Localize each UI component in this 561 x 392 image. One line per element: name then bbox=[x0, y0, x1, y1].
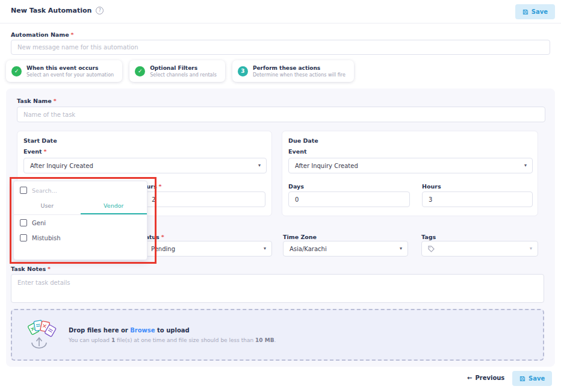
tab-user[interactable]: User bbox=[14, 199, 81, 214]
required-mark: * bbox=[159, 183, 162, 190]
option-label: Geni bbox=[32, 220, 46, 226]
chevron-down-icon: ▾ bbox=[264, 246, 266, 251]
top-bar: New Task Automation ? Save bbox=[0, 0, 561, 23]
required-mark: * bbox=[161, 234, 164, 240]
step-title: Perform these actions bbox=[253, 65, 346, 71]
chevron-down-icon: ▾ bbox=[400, 246, 402, 251]
tag-icon bbox=[428, 246, 435, 252]
step-subtitle: Determine when these actions will fire bbox=[253, 72, 346, 78]
check-icon: ✓ bbox=[11, 66, 22, 76]
file-dropzone[interactable]: Drop files here or Browse to upload You … bbox=[11, 309, 544, 361]
stepper: ✓ When this event occurs Select an event… bbox=[6, 60, 354, 82]
step-when-event-occurs[interactable]: ✓ When this event occurs Select an event… bbox=[6, 60, 122, 82]
step-perform-actions[interactable]: 3 Perform these actions Determine when t… bbox=[232, 60, 354, 82]
assignee-dropdown-panel: Search... User Vendor Geni Mistubish bbox=[13, 181, 147, 260]
tags-select[interactable]: ▾ bbox=[421, 241, 538, 257]
new-task-automation-page: New Task Automation ? Save Automation Na… bbox=[0, 0, 561, 392]
save-icon bbox=[522, 9, 528, 15]
dropzone-hint: You can upload 1 file(s) at one time and… bbox=[69, 337, 276, 343]
step-subtitle: Select channels and rentals bbox=[150, 72, 217, 78]
tab-vendor[interactable]: Vendor bbox=[81, 199, 147, 214]
chevron-down-icon: ▾ bbox=[258, 163, 261, 168]
start-event-select[interactable]: After Inquiry Created ▾ bbox=[23, 158, 267, 173]
due-date-title: Due Date bbox=[288, 137, 318, 144]
required-mark: * bbox=[43, 148, 46, 155]
save-button-header[interactable]: Save bbox=[515, 4, 555, 19]
step-optional-filters[interactable]: ✓ Optional Filters Select channels and r… bbox=[129, 60, 225, 82]
option-label: Mistubish bbox=[32, 235, 61, 241]
step-title: Optional Filters bbox=[150, 65, 217, 71]
automation-name-label: Automation Name* bbox=[11, 31, 74, 38]
due-days-input[interactable] bbox=[288, 191, 410, 207]
status-select[interactable]: Pending ▾ bbox=[144, 241, 272, 257]
due-event-select[interactable]: After Inquiry Created ▾ bbox=[288, 158, 533, 173]
tags-label: Tags bbox=[421, 234, 436, 240]
page-title: New Task Automation bbox=[11, 7, 91, 14]
due-hours-label: Hours bbox=[422, 183, 441, 190]
time-zone-label: Time Zone bbox=[283, 234, 317, 240]
save-button-footer[interactable]: Save bbox=[512, 371, 552, 386]
start-event-label: Event* bbox=[23, 148, 46, 155]
search-input[interactable]: Search... bbox=[32, 187, 57, 194]
info-icon[interactable]: ? bbox=[96, 7, 104, 14]
arrow-left-icon: ← bbox=[467, 375, 472, 381]
dropzone-text: Drop files here or Browse to upload You … bbox=[69, 327, 276, 343]
task-name-input[interactable] bbox=[17, 107, 545, 122]
dropzone-title: Drop files here or Browse to upload bbox=[69, 327, 276, 334]
task-name-label: Task Name* bbox=[17, 98, 57, 104]
select-all-checkbox[interactable] bbox=[20, 187, 27, 194]
task-notes-textarea[interactable] bbox=[11, 274, 544, 303]
checkbox[interactable] bbox=[20, 219, 27, 226]
time-zone-select[interactable]: Asia/Karachi ▾ bbox=[283, 241, 408, 257]
time-zone-value: Asia/Karachi bbox=[290, 246, 327, 252]
status-value: Pending bbox=[151, 246, 175, 252]
due-event-value: After Inquiry Created bbox=[295, 163, 358, 169]
previous-button[interactable]: ← Previous bbox=[467, 375, 504, 381]
check-icon: ✓ bbox=[135, 66, 145, 76]
browse-link[interactable]: Browse bbox=[130, 327, 155, 334]
dropdown-search-row[interactable]: Search... bbox=[14, 181, 147, 198]
due-hours-input[interactable] bbox=[422, 191, 533, 207]
step-title: When this event occurs bbox=[26, 65, 114, 71]
checkbox[interactable] bbox=[20, 234, 27, 241]
due-days-label: Days bbox=[288, 183, 304, 190]
chevron-down-icon: ▾ bbox=[524, 163, 527, 168]
start-date-title: Start Date bbox=[23, 137, 57, 144]
task-notes-label: Task Notes* bbox=[11, 266, 51, 272]
required-mark: * bbox=[54, 98, 57, 104]
dropdown-tabs: User Vendor bbox=[14, 199, 147, 215]
required-mark: * bbox=[48, 266, 51, 272]
due-event-label: Event bbox=[288, 148, 306, 155]
option-mistubish[interactable]: Mistubish bbox=[14, 230, 147, 245]
automation-name-input[interactable] bbox=[11, 40, 550, 55]
option-geni[interactable]: Geni bbox=[14, 215, 147, 230]
start-hours-input[interactable] bbox=[145, 191, 265, 207]
upload-files-icon bbox=[22, 319, 59, 351]
due-date-card: Due Date Event After Inquiry Created ▾ D… bbox=[282, 131, 538, 216]
step-subtitle: Select an event for your automation bbox=[26, 72, 114, 78]
save-icon bbox=[519, 376, 525, 382]
chevron-down-icon: ▾ bbox=[530, 246, 532, 251]
step-number-badge: 3 bbox=[238, 66, 248, 76]
required-mark: * bbox=[71, 31, 74, 38]
start-event-value: After Inquiry Created bbox=[30, 163, 93, 169]
